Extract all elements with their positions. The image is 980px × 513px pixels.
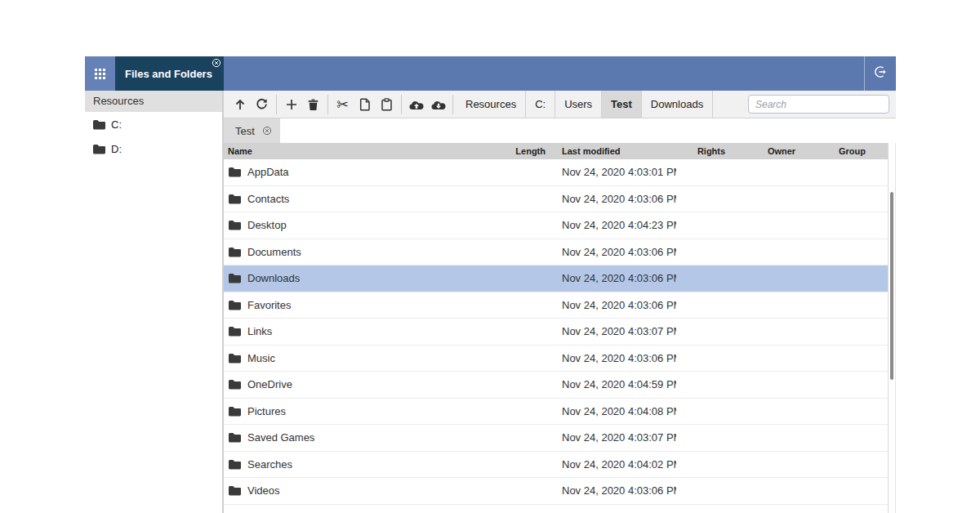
logout-button[interactable]: [864, 56, 896, 91]
paste-icon: [381, 98, 393, 111]
app-tab-files-and-folders[interactable]: Files and Folders: [115, 56, 224, 91]
cloud-download-button[interactable]: [427, 93, 449, 115]
file-name: Downloads: [247, 272, 300, 284]
add-button[interactable]: [280, 93, 302, 115]
logout-icon: [872, 64, 889, 83]
breadcrumb-item[interactable]: C:: [526, 91, 555, 118]
column-header-owner[interactable]: Owner: [746, 146, 817, 156]
folder-icon: [228, 326, 242, 337]
content: ✂ Resources: [224, 91, 896, 513]
table-row[interactable]: Saved Games Nov 24, 2020 4:03:07 PM: [224, 425, 888, 452]
folder-icon: [228, 247, 242, 257]
table-row[interactable]: Videos Nov 24, 2020 4:03:06 PM: [224, 478, 888, 505]
file-name: Videos: [247, 484, 280, 497]
file-name: Searches: [247, 458, 292, 471]
app-grid-icon: [95, 69, 105, 79]
file-name: Documents: [247, 246, 301, 258]
table-row[interactable]: Searches Nov 24, 2020 4:04:02 PM: [224, 452, 888, 479]
folder-icon: [228, 459, 242, 470]
table-row[interactable]: Desktop Nov 24, 2020 4:04:23 PM: [224, 212, 888, 239]
file-name: Contacts: [247, 193, 289, 205]
last-modified: Nov 24, 2020 4:04:23 PM: [562, 219, 676, 231]
trash-icon: [307, 98, 319, 111]
paste-button[interactable]: [376, 93, 398, 115]
file-name: Saved Games: [247, 431, 314, 444]
table-header: Name Length Last modified Rights Owner G…: [224, 143, 888, 159]
breadcrumb-item-label: Users: [564, 98, 592, 110]
table-rows: AppData Nov 24, 2020 4:03:01 PM Contacts…: [224, 159, 888, 513]
folder-icon: [92, 144, 106, 154]
table-row[interactable]: Links Nov 24, 2020 4:03:07 PM: [224, 319, 888, 346]
file-name: AppData: [247, 166, 289, 178]
breadcrumb-item-label: Downloads: [651, 98, 703, 110]
table-row[interactable]: OneDrive Nov 24, 2020 4:04:59 PM: [224, 372, 888, 399]
last-modified: Nov 24, 2020 4:03:06 PM: [562, 484, 676, 497]
cloud-upload-icon: [408, 99, 425, 110]
sidebar-item[interactable]: D:: [85, 136, 222, 161]
refresh-button[interactable]: [251, 93, 273, 115]
file-table: Name Length Last modified Rights Owner G…: [224, 143, 888, 513]
app-grid-button[interactable]: [85, 56, 115, 91]
breadcrumb-item-label: Resources: [466, 98, 516, 110]
refresh-icon: [255, 97, 269, 111]
table-row[interactable]: Music Nov 24, 2020 4:03:06 PM: [224, 346, 888, 372]
column-header-group[interactable]: Group: [817, 146, 888, 156]
file-name: Pictures: [247, 405, 286, 417]
table-row[interactable]: Contacts Nov 24, 2020 4:03:06 PM: [224, 186, 888, 213]
up-arrow-icon: [234, 98, 247, 111]
folder-icon: [228, 194, 242, 204]
app-tab-label: Files and Folders: [125, 68, 212, 80]
sidebar-items: C: D:: [85, 112, 222, 161]
last-modified: Nov 24, 2020 4:03:06 PM: [562, 246, 676, 258]
breadcrumb-item[interactable]: Test: [602, 91, 642, 118]
folder-icon: [228, 273, 242, 283]
tab-bar: Test: [224, 118, 896, 143]
last-modified: Nov 24, 2020 4:03:06 PM: [562, 299, 676, 311]
main-area: Resources C: D:: [85, 91, 896, 513]
close-icon[interactable]: [262, 126, 272, 136]
last-modified: Nov 24, 2020 4:03:01 PM: [562, 166, 676, 178]
folder-icon: [228, 432, 242, 443]
table-row[interactable]: Downloads Nov 24, 2020 4:03:06 PM: [224, 265, 888, 292]
folder-icon: [228, 220, 242, 230]
file-manager-window: Files and Folders Resources C:: [85, 56, 896, 513]
delete-button[interactable]: [302, 93, 324, 115]
breadcrumb-item[interactable]: Users: [555, 91, 602, 118]
toolbar-separator: [401, 95, 402, 114]
folder-icon: [228, 300, 242, 310]
sidebar-header: Resources: [85, 91, 222, 112]
toolbar-separator: [452, 95, 453, 114]
breadcrumb-item-label: Test: [611, 98, 632, 110]
cut-button[interactable]: ✂: [332, 93, 354, 115]
search-input[interactable]: [748, 95, 889, 114]
file-name: Desktop: [247, 219, 287, 231]
copy-button[interactable]: [354, 93, 376, 115]
up-button[interactable]: [229, 93, 251, 115]
scrollbar-thumb[interactable]: [890, 192, 893, 380]
vertical-scrollbar[interactable]: [888, 143, 896, 513]
last-modified: Nov 24, 2020 4:03:06 PM: [562, 193, 676, 205]
cloud-upload-button[interactable]: [405, 93, 427, 115]
toolbar: ✂ Resources: [224, 91, 896, 118]
column-header-length[interactable]: Length: [497, 146, 546, 156]
table-row[interactable]: Documents Nov 24, 2020 4:03:06 PM: [224, 239, 888, 266]
breadcrumb-item-label: C:: [535, 98, 546, 110]
close-icon[interactable]: [212, 58, 221, 68]
table-row[interactable]: [224, 505, 888, 513]
breadcrumb-item[interactable]: Downloads: [642, 91, 713, 118]
sidebar-item-label: D:: [111, 143, 122, 155]
file-name: OneDrive: [247, 378, 292, 390]
table-row[interactable]: Favorites Nov 24, 2020 4:03:06 PM: [224, 292, 888, 319]
last-modified: Nov 24, 2020 4:03:07 PM: [562, 431, 676, 444]
column-header-name[interactable]: Name: [224, 146, 497, 156]
toolbar-separator: [327, 95, 328, 114]
tab-test[interactable]: Test: [224, 118, 280, 143]
table-row[interactable]: Pictures Nov 24, 2020 4:04:08 PM: [224, 399, 888, 426]
last-modified: Nov 24, 2020 4:03:06 PM: [562, 272, 676, 284]
file-name: Favorites: [247, 299, 291, 311]
table-row[interactable]: AppData Nov 24, 2020 4:03:01 PM: [224, 159, 888, 186]
sidebar-item[interactable]: C:: [85, 112, 222, 136]
column-header-rights[interactable]: Rights: [676, 146, 746, 156]
column-header-last-modified[interactable]: Last modified: [562, 146, 676, 156]
breadcrumb-item[interactable]: Resources: [457, 91, 526, 118]
